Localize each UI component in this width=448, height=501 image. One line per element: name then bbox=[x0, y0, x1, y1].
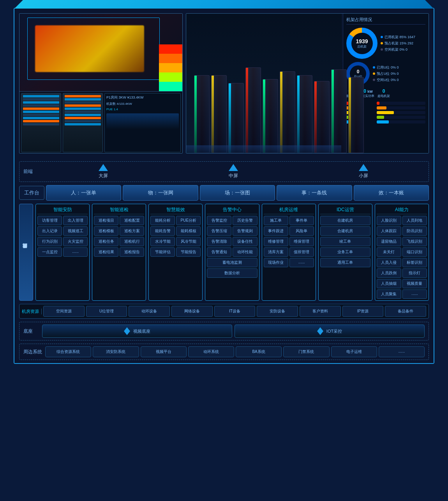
datacenter-3d-view bbox=[186, 14, 341, 153]
energy-item-0[interactable]: 能耗分析 bbox=[150, 216, 175, 225]
resource-4[interactable]: IT设备 bbox=[214, 306, 256, 317]
idc-item-3[interactable]: 业务工单 bbox=[320, 247, 370, 257]
ops-item-5[interactable]: 维保管理 bbox=[289, 237, 314, 246]
security-item-3[interactable]: 视频巡工 bbox=[63, 226, 88, 236]
energy-item-4[interactable]: 水冷节能 bbox=[150, 237, 175, 246]
inspection-item-6[interactable]: 巡检结果 bbox=[94, 247, 118, 257]
resource-3[interactable]: 网络设备 bbox=[171, 306, 213, 317]
peripheral-7[interactable]: ...... bbox=[379, 346, 425, 357]
base-layer-label: 底座 bbox=[23, 328, 39, 335]
wb-btn-place[interactable]: 场：一张图 bbox=[200, 185, 275, 201]
security-item-6[interactable]: 一点监控 bbox=[37, 247, 62, 257]
ai-item-8[interactable]: 人员入侵 bbox=[377, 258, 401, 267]
base-items: 视频底座 IOT采控 bbox=[42, 325, 425, 338]
ops-item-8[interactable]: 现场作业 bbox=[264, 258, 288, 267]
resource-5[interactable]: 安防设备 bbox=[257, 306, 298, 317]
alarm-item-6[interactable]: 告警通知 bbox=[207, 247, 231, 257]
wb-btn-thing[interactable]: 物：一张网 bbox=[123, 185, 198, 201]
total-num: 1939 bbox=[356, 38, 368, 44]
grid-bar-3 bbox=[159, 63, 182, 72]
idc-item-2[interactable]: 竣工单 bbox=[320, 237, 370, 246]
ai-item-15[interactable]: ...... bbox=[402, 289, 427, 299]
ai-item-6[interactable]: 未关灯 bbox=[377, 247, 401, 257]
inspection-item-1[interactable]: 巡检配置 bbox=[120, 216, 144, 225]
idc-item-4[interactable]: 通用工单 bbox=[320, 258, 370, 267]
ops-item-3[interactable]: 风险单 bbox=[289, 226, 314, 236]
alarm-item-4[interactable]: 告警清除 bbox=[207, 237, 231, 246]
peripheral-1[interactable]: 消安防系统 bbox=[93, 346, 139, 357]
main-container: P1房间 3KW ¥133.4KW 机架数 4/133.4KW PUE 1.4 bbox=[14, 8, 434, 364]
rack-3d-10 bbox=[348, 77, 364, 153]
alarm-item-8[interactable]: 蓄电池监测 bbox=[207, 258, 257, 267]
ai-item-10[interactable]: 人员跌倒 bbox=[377, 268, 401, 278]
peripheral-6[interactable]: 电子运维 bbox=[331, 346, 377, 357]
ops-item-1[interactable]: 事件单 bbox=[289, 216, 314, 225]
energy-item-5[interactable]: 风冷节能 bbox=[176, 237, 201, 246]
alarm-item-2[interactable]: 告警压缩 bbox=[207, 226, 231, 236]
display-layer: 前端 大屏 中屏 小屏 bbox=[19, 161, 429, 182]
peripheral-0[interactable]: 综合资源系统 bbox=[45, 346, 91, 357]
alarm-item-9[interactable]: 数据分析 bbox=[207, 268, 257, 278]
resource-6[interactable]: 客户资料 bbox=[300, 306, 341, 317]
inspection-item-7[interactable]: 巡检报告 bbox=[120, 247, 144, 257]
security-item-5[interactable]: 火灾监控 bbox=[63, 237, 88, 246]
idc-item-0[interactable]: 在建机房 bbox=[320, 216, 370, 225]
wb-btn-event[interactable]: 事：一条线 bbox=[277, 185, 352, 201]
rack-small-2 bbox=[63, 93, 103, 152]
security-item-7[interactable]: ...... bbox=[63, 247, 88, 257]
ops-item-0[interactable]: 施工单 bbox=[264, 216, 288, 225]
alarm-item-5[interactable]: 设备任性 bbox=[233, 237, 257, 246]
wb-btn-effect[interactable]: 效：一本账 bbox=[354, 185, 429, 201]
wb-btn-person[interactable]: 人：一张单 bbox=[46, 185, 121, 201]
ai-item-0[interactable]: 人脸识别 bbox=[377, 216, 401, 225]
ops-item-2[interactable]: 事件跟进 bbox=[264, 226, 288, 236]
ai-item-12[interactable]: 人员抽烟 bbox=[377, 279, 401, 288]
peripheral-3[interactable]: 动环系统 bbox=[188, 346, 234, 357]
resource-8[interactable]: 备品备件 bbox=[385, 306, 426, 317]
peripheral-2[interactable]: 视频平台 bbox=[141, 346, 187, 357]
ai-item-1[interactable]: 人员到地 bbox=[402, 216, 427, 225]
ops-item-4[interactable]: 维修管理 bbox=[264, 237, 288, 246]
ops-item-7[interactable]: 值班管理 bbox=[289, 247, 314, 257]
ai-item-9[interactable]: 标签识别 bbox=[402, 258, 427, 267]
inspection-item-0[interactable]: 巡检项目 bbox=[94, 216, 118, 225]
ai-item-11[interactable]: 指示灯 bbox=[402, 268, 427, 278]
bigscreen-label: 大屏 bbox=[99, 173, 108, 179]
alarm-item-0[interactable]: 告警监控 bbox=[207, 216, 231, 225]
inspection-item-3[interactable]: 巡检方案 bbox=[120, 226, 144, 236]
resource-1[interactable]: U位管理 bbox=[86, 306, 127, 317]
energy-item-7[interactable]: 节能报告 bbox=[176, 247, 201, 257]
ai-item-2[interactable]: 人体跟踪 bbox=[377, 226, 401, 236]
energy-item-2[interactable]: 能耗告警 bbox=[150, 226, 175, 236]
ai-item-3[interactable]: 防讯识别 bbox=[402, 226, 427, 236]
inspection-item-2[interactable]: 巡检模板 bbox=[94, 226, 118, 236]
ai-item-14[interactable]: 人员聚集 bbox=[377, 289, 401, 299]
ai-item-5[interactable]: 飞线识别 bbox=[402, 237, 427, 246]
main-chart-row: 1939 总机架 已用机架 85% 1647 预占机架 15% 292 bbox=[346, 28, 425, 59]
peripheral-5[interactable]: 门禁系统 bbox=[283, 346, 329, 357]
security-item-0[interactable]: 访客管理 bbox=[37, 216, 62, 225]
ops-item-9[interactable]: ...... bbox=[289, 258, 314, 267]
idc-item-1[interactable]: 合建机房 bbox=[320, 226, 370, 236]
security-item-2[interactable]: 出入记录 bbox=[37, 226, 62, 236]
alarm-item-7[interactable]: 动环性能 bbox=[233, 247, 257, 257]
peripheral-4[interactable]: BA系统 bbox=[236, 346, 282, 357]
top-face-3d bbox=[14, 0, 434, 9]
ai-item-4[interactable]: 遗留物品 bbox=[377, 237, 401, 246]
resource-7[interactable]: IP资源 bbox=[342, 306, 384, 317]
alarm-item-3[interactable]: 告警规则 bbox=[233, 226, 257, 236]
security-item-1[interactable]: 出入管理 bbox=[63, 216, 88, 225]
resource-2[interactable]: 动环设备 bbox=[129, 306, 170, 317]
energy-item-6[interactable]: 节能评估 bbox=[150, 247, 175, 257]
resource-0[interactable]: 空间资源 bbox=[43, 306, 85, 317]
arrow-iot bbox=[317, 327, 323, 335]
alarm-item-1[interactable]: 历史告警 bbox=[233, 216, 257, 225]
ai-item-7[interactable]: 端口识别 bbox=[402, 247, 427, 257]
energy-item-1[interactable]: PUE分析 bbox=[176, 216, 201, 225]
ai-item-13[interactable]: 视频质量 bbox=[402, 279, 427, 288]
security-item-4[interactable]: 行为识别 bbox=[37, 237, 62, 246]
energy-item-3[interactable]: 能耗模核 bbox=[176, 226, 201, 236]
inspection-item-5[interactable]: 巡检机行 bbox=[120, 237, 144, 246]
ops-item-6[interactable]: 清库方案 bbox=[264, 247, 288, 257]
inspection-item-4[interactable]: 巡检任务 bbox=[94, 237, 118, 246]
